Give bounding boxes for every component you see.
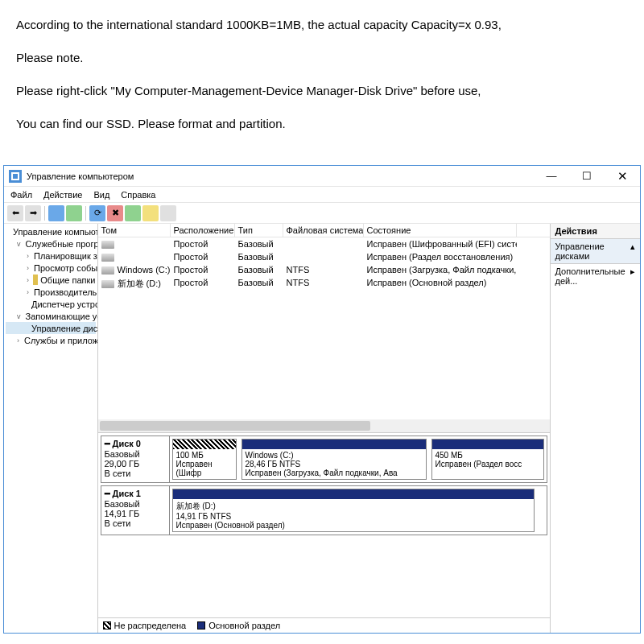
menu-action[interactable]: Действие	[43, 190, 82, 200]
col-filesystem[interactable]: Файловая система	[283, 224, 364, 237]
back-button[interactable]: ⬅	[7, 205, 23, 221]
toolbar-icon[interactable]	[142, 205, 159, 221]
tree-system-tools[interactable]: vСлужебные программы	[6, 237, 96, 250]
intro-p3: Please right-click "My Computer-Manageme…	[16, 82, 628, 99]
actions-pane: Действия Управление дисками▴ Дополнитель…	[551, 224, 641, 633]
volume-row[interactable]: ПростойБазовыйИсправен (Шифрованный (EFI…	[98, 237, 550, 250]
refresh-button[interactable]: ⟳	[89, 205, 105, 221]
tree-root[interactable]: Управление компьютером (л	[6, 225, 96, 237]
main-pane: Том Расположение Тип Файловая система Со…	[98, 224, 551, 633]
disk-label[interactable]: ━ Диск 0Базовый29,00 ГБВ сети	[101, 436, 170, 482]
tree-services[interactable]: ›Службы и приложения	[6, 334, 96, 346]
volume-row[interactable]: Windows (C:)ПростойБазовыйNTFSИсправен (…	[98, 263, 550, 276]
tree-storage[interactable]: vЗапоминающие устройст	[6, 310, 96, 322]
partition[interactable]: Windows (C:)28,46 ГБ NTFSИсправен (Загру…	[242, 439, 427, 480]
intro-p2: Please note.	[16, 49, 628, 66]
actions-header: Действия	[551, 224, 641, 239]
tree-shared[interactable]: ›Общие папки	[6, 274, 96, 286]
share-icon	[33, 275, 39, 285]
disk-row[interactable]: ━ Диск 0Базовый29,00 ГБВ сети100 МБИспра…	[101, 436, 547, 483]
toolbar-divider	[44, 206, 45, 221]
disk-row[interactable]: ━ Диск 1Базовый14,91 ГБВ сети新加卷 (D:)14,…	[101, 485, 547, 535]
partition[interactable]: 450 МБИсправен (Раздел восс	[431, 439, 544, 480]
menu-file[interactable]: Файл	[10, 190, 32, 200]
toolbar-icon[interactable]	[48, 205, 64, 221]
tree-diskmgmt[interactable]: Управление дисками	[6, 322, 96, 334]
action-more[interactable]: Дополнительные дей...▸	[551, 264, 641, 288]
volume-row[interactable]: 新加卷 (D:)ПростойБазовыйNTFSИсправен (Осно…	[98, 276, 550, 291]
forward-button[interactable]: ➡	[25, 205, 41, 221]
tree-devmgr[interactable]: Диспетчер устройств	[6, 298, 96, 310]
maximize-button[interactable]: ☐	[569, 166, 605, 187]
partition[interactable]: 100 МБИсправен (Шифр	[172, 439, 237, 480]
action-diskmgmt[interactable]: Управление дисками▴	[551, 239, 641, 264]
volume-header[interactable]: Том Расположение Тип Файловая система Со…	[98, 224, 550, 237]
col-volume[interactable]: Том	[98, 224, 171, 237]
legend-swatch-unalloc	[103, 621, 111, 630]
intro-p4: You can find our SSD. Please format and …	[16, 115, 628, 132]
management-window: Управление компьютером — ☐ ✕ Файл Действ…	[3, 165, 641, 634]
nav-tree[interactable]: Управление компьютером (л vСлужебные про…	[4, 224, 98, 633]
tree-performance[interactable]: ›Производительность	[6, 286, 96, 298]
toolbar: ⬅ ➡ ⟳ ✖	[4, 203, 640, 224]
legend: Не распределена Основной раздел	[98, 617, 550, 633]
col-layout[interactable]: Расположение	[171, 224, 235, 237]
menu-view[interactable]: Вид	[93, 190, 109, 200]
tree-eventviewer[interactable]: ›Просмотр событий	[6, 262, 96, 274]
col-type[interactable]: Тип	[235, 224, 283, 237]
menubar: Файл Действие Вид Справка	[4, 187, 640, 203]
volume-list[interactable]: Том Расположение Тип Файловая система Со…	[98, 224, 550, 433]
window-title: Управление компьютером	[27, 171, 534, 181]
app-icon	[9, 170, 22, 183]
close-button[interactable]: ✕	[605, 166, 640, 187]
intro-p1: According to the international standard …	[16, 16, 628, 33]
chevron-right-icon: ▸	[630, 266, 635, 286]
intro-text: According to the international standard …	[0, 0, 644, 156]
chevron-up-icon: ▴	[630, 242, 635, 261]
disk-label[interactable]: ━ Диск 1Базовый14,91 ГБВ сети	[101, 486, 170, 535]
toolbar-divider	[85, 206, 86, 221]
partition[interactable]: 新加卷 (D:)14,91 ГБ NTFSИсправен (Основной …	[172, 489, 535, 532]
col-status[interactable]: Состояние	[364, 224, 517, 237]
menu-help[interactable]: Справка	[121, 190, 155, 200]
titlebar[interactable]: Управление компьютером — ☐ ✕	[4, 166, 640, 187]
toolbar-icon[interactable]: ✖	[107, 205, 123, 221]
disk-map[interactable]: ━ Диск 0Базовый29,00 ГБВ сети100 МБИспра…	[98, 433, 550, 617]
toolbar-icon[interactable]	[66, 205, 82, 221]
legend-swatch-primary	[197, 621, 205, 630]
volume-row[interactable]: ПростойБазовыйИсправен (Раздел восстанов…	[98, 250, 550, 263]
toolbar-icon[interactable]	[125, 205, 141, 221]
minimize-button[interactable]: —	[534, 166, 569, 187]
h-scrollbar[interactable]	[98, 419, 550, 432]
tree-scheduler[interactable]: ›Планировщик заданий	[6, 250, 96, 262]
toolbar-icon[interactable]	[160, 205, 176, 221]
